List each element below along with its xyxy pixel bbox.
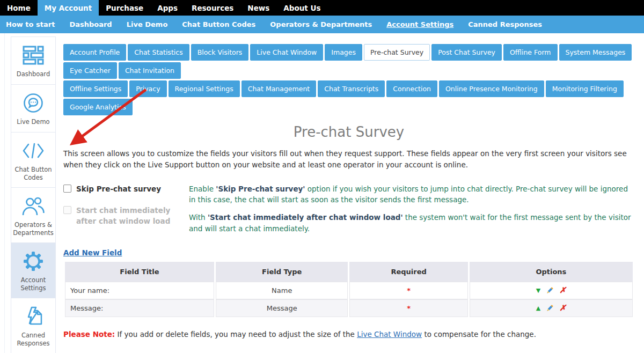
- options-help-column: Enable 'Skip Pre-chat survey' option if …: [189, 183, 634, 241]
- start-chat-option: Start chat immediately after chat window…: [63, 205, 189, 227]
- required-asterisk: *: [349, 299, 467, 317]
- sidebar-label-live-demo: Live Demo: [12, 118, 54, 126]
- code-brackets-icon: [12, 139, 54, 162]
- top-nav-purchase[interactable]: Purchase: [99, 0, 150, 16]
- dashboard-icon: [12, 44, 54, 67]
- sidebar-item-dashboard[interactable]: Dashboard: [11, 36, 56, 85]
- settings-tabs-row1: Account Profile Chat Statistics Block Vi…: [63, 44, 634, 79]
- sub-nav-operators-departments[interactable]: Operators & Departments: [270, 20, 372, 28]
- sub-nav-account-settings[interactable]: Account Settings: [386, 20, 453, 28]
- tab-chat-invitation[interactable]: Chat Invitation: [119, 62, 181, 79]
- field-type-cell: Name: [216, 282, 348, 299]
- sub-nav-live-demo[interactable]: Live Demo: [127, 20, 168, 28]
- sidebar-item-live-demo[interactable]: Live Demo: [11, 84, 56, 133]
- lightning-page-icon: [12, 305, 54, 328]
- edit-pencil-icon[interactable]: [546, 286, 554, 295]
- sub-nav-chat-button-codes[interactable]: Chat Button Codes: [182, 20, 255, 28]
- settings-tabs-row2: Offline Settings Privacy Regional Settin…: [63, 80, 634, 115]
- sidebar-item-chat-button-codes[interactable]: Chat Button Codes: [11, 132, 56, 188]
- table-row-message: Message: Message * ▲: [65, 299, 633, 317]
- col-field-type: Field Type: [216, 262, 348, 282]
- gear-icon: [12, 250, 54, 273]
- tab-offline-settings[interactable]: Offline Settings: [63, 80, 128, 97]
- tab-online-presence-monitoring[interactable]: Online Presence Monitoring: [439, 80, 544, 97]
- col-required: Required: [349, 262, 467, 282]
- sidebar-label-operators-departments: Operators & Departments: [12, 221, 54, 237]
- skip-help-text: Enable 'Skip Pre-chat survey' option if …: [189, 183, 634, 205]
- live-chat-window-link[interactable]: Live Chat Window: [357, 330, 422, 339]
- skip-prechat-checkbox[interactable]: [63, 185, 71, 193]
- delete-x-icon[interactable]: ✗: [559, 286, 566, 295]
- tab-post-chat-survey[interactable]: Post Chat Survey: [431, 44, 502, 61]
- start-chat-checkbox: [63, 206, 71, 214]
- tab-connection[interactable]: Connection: [386, 80, 437, 97]
- sidebar-label-canned-responses: Canned Responses: [12, 332, 54, 348]
- edit-pencil-icon[interactable]: [546, 304, 554, 312]
- please-note: Please Note: If you add or delete fields…: [63, 330, 634, 339]
- skip-prechat-option: Skip Pre-chat survey: [63, 183, 189, 194]
- required-asterisk: *: [349, 282, 467, 299]
- sidebar-item-account-settings[interactable]: Account Settings: [11, 242, 56, 298]
- tab-chat-management[interactable]: Chat Management: [241, 80, 317, 97]
- add-new-field-link[interactable]: Add New Field: [63, 248, 122, 257]
- table-row-your-name: Your name: Name * ▼: [65, 282, 633, 299]
- sub-nav-canned-responses[interactable]: Canned Responses: [468, 20, 542, 28]
- sidebar: Dashboard Live Demo: [4, 33, 56, 353]
- please-note-label: Please Note:: [63, 330, 115, 339]
- col-field-title: Field Title: [65, 262, 214, 282]
- tab-block-visitors[interactable]: Block Visitors: [191, 44, 249, 61]
- two-people-icon: [12, 195, 54, 217]
- col-options: Options: [470, 262, 633, 282]
- top-nav-about-us[interactable]: About Us: [276, 0, 327, 16]
- start-chat-label: Start chat immediately after chat window…: [76, 205, 189, 227]
- fields-table-header: Field Title Field Type Required Options: [65, 262, 633, 282]
- tab-chat-statistics[interactable]: Chat Statistics: [128, 44, 189, 61]
- tab-pre-chat-survey[interactable]: Pre-chat Survey: [364, 44, 430, 61]
- start-help-text: With 'Start chat immediately after chat …: [189, 212, 634, 234]
- sub-nav: How to start Dashboard Live Demo Chat Bu…: [0, 16, 644, 33]
- field-title-cell: Your name:: [65, 282, 214, 299]
- live-demo-icon: [12, 92, 54, 114]
- top-nav-resources[interactable]: Resources: [185, 0, 240, 16]
- delete-x-icon[interactable]: ✗: [559, 304, 566, 312]
- move-down-icon[interactable]: ▼: [536, 287, 540, 294]
- fields-table: Field Title Field Type Required Options …: [63, 262, 634, 317]
- tab-system-messages[interactable]: System Messages: [559, 44, 632, 61]
- sidebar-label-dashboard: Dashboard: [12, 70, 54, 78]
- intro-text: This screen allows you to customize the …: [63, 148, 634, 171]
- tab-monitoring-filtering[interactable]: Monitoring Filtering: [546, 80, 624, 97]
- tab-regional-settings[interactable]: Regional Settings: [169, 80, 240, 97]
- survey-options: Skip Pre-chat survey Start chat immediat…: [63, 183, 634, 241]
- sidebar-label-chat-button-codes: Chat Button Codes: [12, 166, 54, 182]
- tab-google-analytics[interactable]: Google Analytics: [63, 99, 133, 115]
- sidebar-item-operators-departments[interactable]: Operators & Departments: [11, 187, 56, 243]
- tab-chat-transcripts[interactable]: Chat Transcripts: [318, 80, 385, 97]
- sidebar-label-account-settings: Account Settings: [12, 276, 54, 292]
- field-type-cell: Message: [216, 299, 348, 317]
- page-title: Pre-chat Survey: [63, 124, 634, 140]
- sub-nav-dashboard[interactable]: Dashboard: [69, 20, 112, 28]
- move-up-icon[interactable]: ▲: [536, 305, 540, 312]
- top-nav-news[interactable]: News: [240, 0, 276, 16]
- tab-privacy[interactable]: Privacy: [129, 80, 166, 97]
- sub-nav-how-to-start[interactable]: How to start: [6, 20, 55, 28]
- skip-prechat-label: Skip Pre-chat survey: [76, 183, 161, 194]
- top-nav-my-account[interactable]: My Account: [38, 0, 99, 16]
- main-content: Account Profile Chat Statistics Block Vi…: [56, 33, 644, 345]
- tab-eye-catcher[interactable]: Eye Catcher: [63, 62, 117, 79]
- top-nav-home[interactable]: Home: [0, 0, 38, 16]
- tab-offline-form[interactable]: Offline Form: [503, 44, 557, 61]
- tab-account-profile[interactable]: Account Profile: [63, 44, 126, 61]
- sidebar-item-canned-responses[interactable]: Canned Responses: [11, 298, 56, 353]
- tab-images[interactable]: Images: [325, 44, 362, 61]
- options-checkbox-column: Skip Pre-chat survey Start chat immediat…: [63, 183, 189, 241]
- field-title-cell: Message:: [65, 299, 214, 317]
- top-nav-apps[interactable]: Apps: [150, 0, 185, 16]
- tab-live-chat-window[interactable]: Live Chat Window: [250, 44, 323, 61]
- top-nav: Home My Account Purchase Apps Resources …: [0, 0, 644, 16]
